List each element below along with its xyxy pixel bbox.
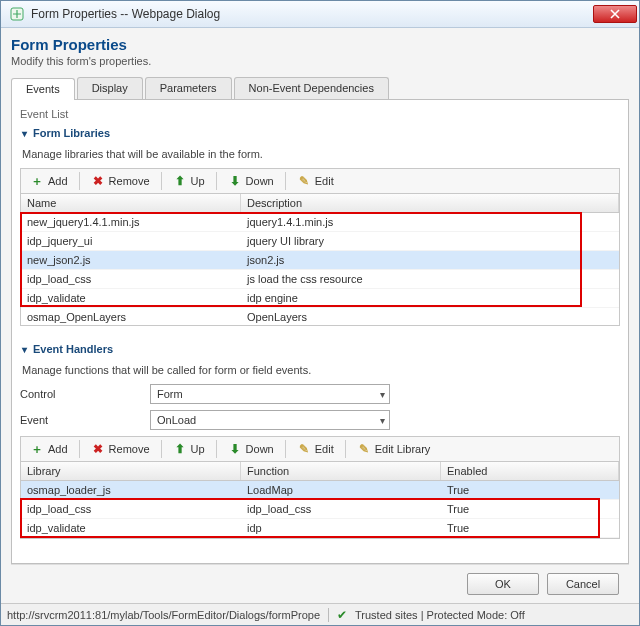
- plus-icon: ＋: [30, 174, 44, 188]
- toolbar-sep: [216, 172, 217, 190]
- section-desc-handlers: Manage functions that will be called for…: [22, 364, 620, 376]
- edit-button[interactable]: ✎Edit: [290, 171, 341, 191]
- edit-library-button[interactable]: ✎Edit Library: [350, 439, 438, 459]
- ok-button[interactable]: OK: [467, 573, 539, 595]
- arrow-down-icon: ⬇: [228, 174, 242, 188]
- toolbar-sep: [345, 440, 346, 458]
- edit-library-icon: ✎: [357, 442, 371, 456]
- arrow-up-icon: ⬆: [173, 442, 187, 456]
- edit-icon: ✎: [297, 174, 311, 188]
- libraries-grid-body[interactable]: new_jquery1.4.1.min.jsjquery1.4.1.min.js…: [21, 213, 619, 325]
- table-row[interactable]: idp_validateidp engine: [21, 289, 619, 308]
- section-header-handlers[interactable]: ▾ Event Handlers: [20, 340, 620, 358]
- status-url: http://srvcrm2011:81/mylab/Tools/FormEdi…: [7, 609, 320, 621]
- table-row[interactable]: new_json2.jsjson2.js: [21, 251, 619, 270]
- add-button[interactable]: ＋Add: [23, 171, 75, 191]
- cell-lib: idp_validate: [21, 519, 241, 537]
- cell-fn: idp: [241, 519, 441, 537]
- toolbar-sep: [79, 172, 80, 190]
- control-select[interactable]: Form: [150, 384, 390, 404]
- cell-fn: LoadMap: [241, 481, 441, 499]
- cell-enabled: True: [441, 519, 619, 537]
- remove-icon: ✖: [91, 174, 105, 188]
- cell-desc: jquery1.4.1.min.js: [241, 213, 619, 231]
- remove-label: Remove: [109, 443, 150, 455]
- libraries-grid-header: Name Description: [21, 194, 619, 213]
- shield-icon: ✔: [337, 608, 347, 622]
- status-bar: http://srvcrm2011:81/mylab/Tools/FormEdi…: [1, 603, 639, 625]
- dialog-body: Form Properties Modify this form's prope…: [1, 28, 639, 603]
- table-row[interactable]: idp_validateidpTrue: [21, 519, 619, 538]
- event-select[interactable]: OnLoad: [150, 410, 390, 430]
- remove-button[interactable]: ✖Remove: [84, 171, 157, 191]
- cell-desc: OpenLayers: [241, 308, 619, 325]
- down-button[interactable]: ⬇Down: [221, 171, 281, 191]
- handlers-grid: Library Function Enabled osmap_loader_js…: [20, 461, 620, 539]
- tab-nonevent-deps[interactable]: Non-Event Dependencies: [234, 77, 389, 99]
- chevron-down-icon: ▾: [22, 344, 27, 355]
- page-title: Form Properties: [11, 36, 629, 53]
- up-label: Up: [191, 175, 205, 187]
- up-button[interactable]: ⬆Up: [166, 439, 212, 459]
- cell-desc: jquery UI library: [241, 232, 619, 250]
- event-label: Event: [20, 414, 150, 426]
- handlers-toolbar: ＋Add ✖Remove ⬆Up ⬇Down ✎Edit ✎Edit Libra…: [20, 436, 620, 461]
- table-row[interactable]: new_jquery1.4.1.min.jsjquery1.4.1.min.js: [21, 213, 619, 232]
- arrow-up-icon: ⬆: [173, 174, 187, 188]
- arrow-down-icon: ⬇: [228, 442, 242, 456]
- col-function[interactable]: Function: [241, 462, 441, 480]
- dialog-footer: OK Cancel: [11, 564, 629, 603]
- tab-display[interactable]: Display: [77, 77, 143, 99]
- add-label: Add: [48, 175, 68, 187]
- handlers-grid-body[interactable]: osmap_loader_jsLoadMapTrueidp_load_cssid…: [21, 481, 619, 538]
- event-list-label: Event List: [20, 108, 620, 120]
- down-button[interactable]: ⬇Down: [221, 439, 281, 459]
- toolbar-sep: [285, 440, 286, 458]
- table-row[interactable]: osmap_OpenLayersOpenLayers: [21, 308, 619, 325]
- tabstrip: Events Display Parameters Non-Event Depe…: [11, 77, 629, 100]
- chevron-down-icon: ▾: [22, 128, 27, 139]
- cell-desc: js load the css resource: [241, 270, 619, 288]
- col-enabled[interactable]: Enabled: [441, 462, 619, 480]
- close-button[interactable]: [593, 5, 637, 23]
- titlebar: Form Properties -- Webpage Dialog: [1, 1, 639, 28]
- table-row[interactable]: idp_jquery_uijquery UI library: [21, 232, 619, 251]
- tabpanel-events: Event List ▾ Form Libraries Manage libra…: [11, 100, 629, 564]
- add-button[interactable]: ＋Add: [23, 439, 75, 459]
- table-row[interactable]: idp_load_cssjs load the css resource: [21, 270, 619, 289]
- cell-lib: osmap_loader_js: [21, 481, 241, 499]
- control-label: Control: [20, 388, 150, 400]
- edit-button[interactable]: ✎Edit: [290, 439, 341, 459]
- cancel-button[interactable]: Cancel: [547, 573, 619, 595]
- col-library[interactable]: Library: [21, 462, 241, 480]
- status-sep: [328, 608, 329, 622]
- remove-button[interactable]: ✖Remove: [84, 439, 157, 459]
- section-title-handlers: Event Handlers: [33, 343, 113, 355]
- dialog-window: Form Properties -- Webpage Dialog Form P…: [0, 0, 640, 626]
- table-row[interactable]: idp_load_cssidp_load_cssTrue: [21, 500, 619, 519]
- toolbar-sep: [285, 172, 286, 190]
- libraries-grid-wrap: Name Description new_jquery1.4.1.min.jsj…: [20, 193, 620, 326]
- up-label: Up: [191, 443, 205, 455]
- col-desc[interactable]: Description: [241, 194, 619, 212]
- tab-parameters[interactable]: Parameters: [145, 77, 232, 99]
- edit-label: Edit: [315, 443, 334, 455]
- handlers-grid-header: Library Function Enabled: [21, 462, 619, 481]
- event-value: OnLoad: [157, 414, 196, 426]
- toolbar-sep: [216, 440, 217, 458]
- cell-enabled: True: [441, 500, 619, 518]
- cell-name: new_jquery1.4.1.min.js: [21, 213, 241, 231]
- control-row: Control Form: [20, 384, 620, 404]
- up-button[interactable]: ⬆Up: [166, 171, 212, 191]
- table-row[interactable]: osmap_loader_jsLoadMapTrue: [21, 481, 619, 500]
- toolbar-sep: [161, 440, 162, 458]
- cell-name: idp_load_css: [21, 270, 241, 288]
- app-icon: [9, 6, 25, 22]
- tab-events[interactable]: Events: [11, 78, 75, 100]
- remove-label: Remove: [109, 175, 150, 187]
- plus-icon: ＋: [30, 442, 44, 456]
- cell-name: idp_validate: [21, 289, 241, 307]
- col-name[interactable]: Name: [21, 194, 241, 212]
- section-header-libraries[interactable]: ▾ Form Libraries: [20, 124, 620, 142]
- cell-name: idp_jquery_ui: [21, 232, 241, 250]
